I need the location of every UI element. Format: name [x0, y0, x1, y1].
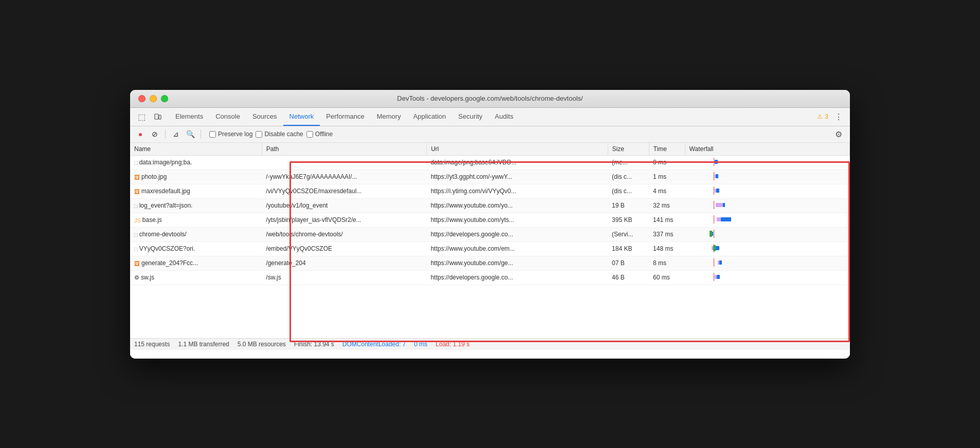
disable-cache-checkbox[interactable]: Disable cache	[256, 130, 303, 138]
waterfall-bar	[689, 186, 782, 195]
row-path: /-ywwYkaJ6E7g/AAAAAAAAAI/...	[262, 170, 426, 184]
record-button[interactable]: ●	[134, 128, 147, 140]
table-row[interactable]: □VYyQv0CSZOE?ori. /embed/VYyQv0CSZOE htt…	[130, 241, 850, 256]
generic-file-icon: □	[134, 203, 138, 209]
tab-network[interactable]: Network	[283, 108, 320, 126]
domcontentloaded-suffix: 0 ms	[414, 341, 427, 348]
offline-checkbox[interactable]: Offline	[306, 130, 333, 138]
traffic-lights	[138, 95, 168, 102]
row-waterfall	[685, 213, 849, 227]
warning-count: 3	[825, 113, 828, 120]
clear-button[interactable]: ⊘	[149, 128, 161, 140]
minimize-button[interactable]	[150, 95, 157, 102]
tab-security[interactable]: Security	[452, 108, 488, 126]
tab-performance[interactable]: Performance	[320, 108, 370, 126]
status-bar: 115 requests 1.1 MB transferred 5.0 MB r…	[130, 338, 850, 350]
table-row[interactable]: 🖼generate_204?Fcc... /generate_204 https…	[130, 256, 850, 270]
transferred-size: 1.1 MB transferred	[178, 341, 229, 348]
tab-console[interactable]: Console	[209, 108, 246, 126]
table-row[interactable]: □chrome-devtools/ /web/tools/chrome-devt…	[130, 227, 850, 241]
row-url: data:image/png;base64,iVBO...	[427, 155, 608, 170]
row-size: 395 KB	[608, 213, 649, 227]
row-url: https://www.youtube.com/em...	[427, 241, 608, 256]
row-time: 337 ms	[649, 227, 685, 241]
row-name: □data:image/png;ba.	[130, 155, 262, 170]
column-size[interactable]: Size	[608, 143, 649, 156]
row-time: 60 ms	[649, 270, 685, 285]
row-size: (Servi...	[608, 227, 649, 241]
row-size: 07 B	[608, 256, 649, 270]
column-url[interactable]: Url	[427, 143, 608, 156]
device-mode-icon[interactable]	[151, 109, 165, 124]
waterfall-bar	[689, 244, 782, 252]
waterfall-bar	[689, 258, 782, 267]
table-row[interactable]: ⚙sw.js /sw.js https://developers.google.…	[130, 270, 850, 285]
file-name: log_event?alt=json.	[139, 202, 193, 209]
row-size: (dis c...	[608, 184, 649, 198]
resources-size: 5.0 MB resources	[238, 341, 286, 348]
tabs: Elements Console Sources Network Perform…	[169, 108, 817, 126]
waterfall-bar	[689, 172, 782, 180]
network-toolbar: ● ⊘ ⊿ 🔍 Preserve log Disable cache Offli…	[130, 126, 850, 143]
table-row[interactable]: 🖼photo.jpg /-ywwYkaJ6E7g/AAAAAAAAAI/... …	[130, 170, 850, 184]
column-path[interactable]: Path	[262, 143, 426, 156]
network-table: Name Path Url Size Time Waterfall □data:…	[130, 143, 850, 285]
row-path: /generate_204	[262, 256, 426, 270]
column-name[interactable]: Name	[130, 143, 262, 156]
row-path: /yts/jsbin/player_ias-vflVQDSr2/e...	[262, 213, 426, 227]
row-size: 19 B	[608, 198, 649, 213]
search-button[interactable]: 🔍	[184, 128, 196, 140]
row-name: JSbase.js	[130, 213, 262, 227]
file-name: data:image/png;ba.	[139, 159, 192, 166]
row-time: 8 ms	[649, 256, 685, 270]
table-row[interactable]: □data:image/png;ba. data:image/png;base6…	[130, 155, 850, 170]
tab-application[interactable]: Application	[407, 108, 452, 126]
waterfall-bar	[689, 158, 782, 166]
row-waterfall	[685, 256, 849, 270]
close-button[interactable]	[138, 95, 146, 102]
preserve-log-checkbox[interactable]: Preserve log	[209, 130, 252, 138]
load-time: Load: 1.19 s	[435, 341, 469, 348]
table-row[interactable]: □log_event?alt=json. /youtubei/v1/log_ev…	[130, 198, 850, 213]
row-time: 141 ms	[649, 213, 685, 227]
tab-sources[interactable]: Sources	[246, 108, 283, 126]
inspect-icon[interactable]: ⬚	[134, 109, 149, 124]
row-time: 4 ms	[649, 184, 685, 198]
row-name: □VYyQv0CSZOE?ori.	[130, 241, 262, 256]
row-time: 32 ms	[649, 198, 685, 213]
svg-rect-1	[159, 115, 161, 119]
warning-badge: ⚠ 3	[817, 113, 828, 120]
file-name: sw.js	[141, 274, 154, 281]
network-table-wrapper[interactable]: Name Path Url Size Time Waterfall □data:…	[130, 143, 850, 338]
maximize-button[interactable]	[161, 95, 168, 102]
gear-file-icon: ⚙	[134, 274, 139, 281]
tab-audits[interactable]: Audits	[488, 108, 519, 126]
finish-time: Finish: 13.94 s	[294, 341, 334, 348]
more-options-icon[interactable]: ⋮	[831, 109, 846, 124]
column-time[interactable]: Time	[649, 143, 685, 156]
generic-file-icon: □	[134, 160, 138, 166]
row-name: 🖼photo.jpg	[130, 170, 262, 184]
row-time: 148 ms	[649, 241, 685, 256]
row-path: /web/tools/chrome-devtools/	[262, 227, 426, 241]
table-row[interactable]: JSbase.js /yts/jsbin/player_ias-vflVQDSr…	[130, 213, 850, 227]
devtools-window: DevTools - developers.google.com/web/too…	[130, 90, 850, 359]
row-path	[262, 155, 426, 170]
title-bar: DevTools - developers.google.com/web/too…	[130, 90, 850, 108]
row-name: □chrome-devtools/	[130, 227, 262, 241]
filter-button[interactable]: ⊿	[170, 128, 182, 140]
row-size: 46 B	[608, 270, 649, 285]
window-title: DevTools - developers.google.com/web/too…	[397, 95, 583, 102]
waterfall-bar	[689, 215, 782, 223]
row-path: /embed/VYyQv0CSZOE	[262, 241, 426, 256]
row-url: https://yt3.ggpht.com/-ywwY...	[427, 170, 608, 184]
row-path: /sw.js	[262, 270, 426, 285]
tab-elements[interactable]: Elements	[169, 108, 209, 126]
row-url: https://www.youtube.com/ge...	[427, 256, 608, 270]
row-path: /vi/VYyQv0CSZOE/maxresdefaul...	[262, 184, 426, 198]
settings-button[interactable]: ⚙	[831, 127, 846, 141]
column-waterfall[interactable]: Waterfall	[685, 143, 849, 156]
tab-memory[interactable]: Memory	[371, 108, 407, 126]
file-name: photo.jpg	[141, 173, 167, 180]
table-row[interactable]: 🖼maxresdefault.jpg /vi/VYyQv0CSZOE/maxre…	[130, 184, 850, 198]
